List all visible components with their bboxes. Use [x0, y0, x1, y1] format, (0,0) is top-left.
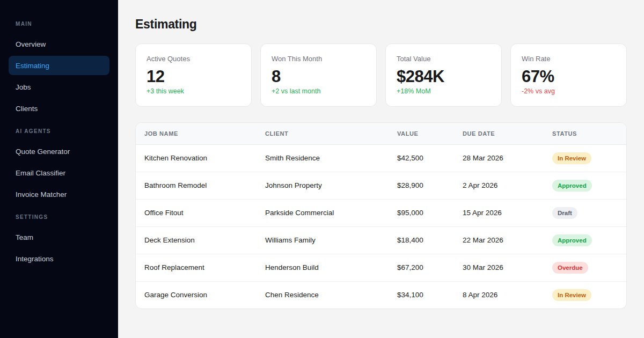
client-cell: Chen Residence — [257, 281, 389, 308]
stat-value: 12 — [147, 67, 240, 86]
sidebar-item-clients[interactable]: Clients — [9, 99, 109, 118]
due-date-cell: 28 Mar 2026 — [454, 144, 544, 172]
status-badge: Approved — [552, 180, 592, 192]
stat-delta: +18% MoM — [397, 86, 491, 96]
value-cell: $18,400 — [389, 226, 454, 254]
nav-section-label: AI AGENTS — [16, 128, 103, 135]
page-title: Estimating — [135, 17, 627, 31]
sidebar-item-estimating[interactable]: Estimating — [9, 56, 109, 75]
sidebar-item-integrations[interactable]: Integrations — [9, 249, 109, 268]
client-cell: Williams Family — [257, 226, 389, 254]
status-badge: In Review — [552, 289, 591, 301]
table-row[interactable]: Garage ConversionChen Residence$34,1008 … — [136, 281, 626, 308]
table-row[interactable]: Kitchen RenovationSmith Residence$42,500… — [136, 144, 626, 172]
stat-label: Win Rate — [522, 54, 616, 64]
sidebar-item-invoice-matcher[interactable]: Invoice Matcher — [9, 185, 109, 204]
nav-section-main: MAINOverviewEstimatingJobsClients — [9, 20, 109, 118]
value-cell: $28,900 — [389, 172, 454, 199]
stat-label: Total Value — [397, 54, 491, 64]
client-cell: Johnson Property — [257, 172, 389, 199]
status-badge: In Review — [552, 152, 591, 164]
sidebar-item-overview[interactable]: Overview — [9, 34, 109, 54]
client-cell: Parkside Commercial — [257, 199, 389, 226]
job-name-cell: Roof Replacement — [136, 254, 257, 281]
table-row[interactable]: Bathroom RemodelJohnson Property$28,9002… — [136, 172, 626, 199]
main-content: Estimating Active Quotes12+3 this weekWo… — [118, 0, 644, 338]
status-badge: Draft — [552, 207, 577, 219]
nav-section-settings: SETTINGSTeamIntegrations — [9, 214, 109, 268]
status-badge: Overdue — [552, 262, 588, 274]
nav-section-label: MAIN — [16, 20, 103, 28]
stat-card-total-value: Total Value$284K+18% MoM — [385, 43, 502, 107]
sidebar-item-quote-generator[interactable]: Quote Generator — [9, 142, 109, 161]
status-cell: In Review — [544, 281, 626, 308]
stat-card-win-rate: Win Rate67%-2% vs avg — [510, 43, 627, 107]
due-date-cell: 2 Apr 2026 — [454, 172, 544, 199]
stat-card-won-this-month: Won This Month8+2 vs last month — [260, 43, 377, 107]
sidebar-item-email-classifier[interactable]: Email Classifier — [9, 163, 109, 182]
sidebar-item-jobs[interactable]: Jobs — [9, 77, 109, 97]
stat-delta: +2 vs last month — [272, 86, 365, 96]
value-cell: $67,200 — [389, 254, 454, 281]
sidebar: MAINOverviewEstimatingJobsClientsAI AGEN… — [0, 0, 118, 338]
stat-label: Won This Month — [272, 54, 365, 64]
client-cell: Henderson Build — [257, 254, 389, 281]
table-row[interactable]: Office FitoutParkside Commercial$95,0001… — [136, 199, 626, 226]
job-name-cell: Garage Conversion — [136, 281, 257, 308]
status-badge: Approved — [552, 234, 592, 246]
job-name-cell: Kitchen Renovation — [136, 144, 257, 172]
status-cell: Approved — [544, 172, 626, 199]
stat-value: 8 — [272, 67, 365, 86]
job-name-cell: Deck Extension — [136, 226, 257, 254]
column-header-value: VALUE — [389, 123, 454, 144]
stat-delta: -2% vs avg — [522, 86, 616, 96]
due-date-cell: 30 Mar 2026 — [454, 254, 544, 281]
stat-value: 67% — [522, 67, 616, 86]
column-header-client: CLIENT — [257, 123, 389, 144]
stats-row: Active Quotes12+3 this weekWon This Mont… — [135, 43, 627, 107]
stat-value: $284K — [397, 67, 491, 86]
job-name-cell: Bathroom Remodel — [136, 172, 257, 199]
quotes-table: JOB NAMECLIENTVALUEDUE DATESTATUS Kitche… — [136, 123, 626, 308]
due-date-cell: 8 Apr 2026 — [454, 281, 544, 308]
column-header-status: STATUS — [544, 123, 626, 144]
stat-label: Active Quotes — [147, 54, 240, 64]
sidebar-item-team[interactable]: Team — [9, 227, 109, 247]
table-header: JOB NAMECLIENTVALUEDUE DATESTATUS — [136, 123, 626, 144]
client-cell: Smith Residence — [257, 144, 389, 172]
stat-card-active-quotes: Active Quotes12+3 this week — [135, 43, 252, 107]
quotes-table-card: JOB NAMECLIENTVALUEDUE DATESTATUS Kitche… — [135, 122, 627, 309]
value-cell: $42,500 — [389, 144, 454, 172]
nav-section-label: SETTINGS — [16, 214, 103, 221]
column-header-due-date: DUE DATE — [454, 123, 544, 144]
table-row[interactable]: Roof ReplacementHenderson Build$67,20030… — [136, 254, 626, 281]
value-cell: $95,000 — [389, 199, 454, 226]
job-name-cell: Office Fitout — [136, 199, 257, 226]
due-date-cell: 22 Mar 2026 — [454, 226, 544, 254]
column-header-job-name: JOB NAME — [136, 123, 257, 144]
nav-section-ai-agents: AI AGENTSQuote GeneratorEmail Classifier… — [9, 128, 109, 204]
due-date-cell: 15 Apr 2026 — [454, 199, 544, 226]
status-cell: Approved — [544, 226, 626, 254]
stat-delta: +3 this week — [147, 86, 240, 96]
value-cell: $34,100 — [389, 281, 454, 308]
status-cell: Overdue — [544, 254, 626, 281]
status-cell: Draft — [544, 199, 626, 226]
table-row[interactable]: Deck ExtensionWilliams Family$18,40022 M… — [136, 226, 626, 254]
status-cell: In Review — [544, 144, 626, 172]
